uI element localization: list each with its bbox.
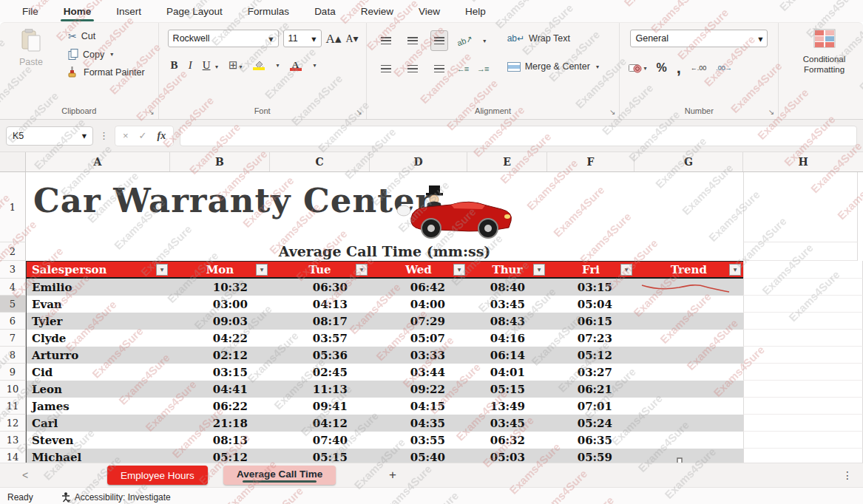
empty-cell-H7[interactable]	[743, 330, 863, 347]
thur-time-cell[interactable]: 05:15	[467, 381, 547, 398]
row-number-8[interactable]: 8	[0, 347, 26, 364]
row-number-11[interactable]: 11	[0, 398, 26, 415]
fri-time-cell[interactable]: 05:59	[547, 449, 634, 463]
wed-time-cell[interactable]: 03:44	[370, 364, 467, 381]
sheet-tab-average-call-time[interactable]: Average Call Time	[223, 466, 336, 485]
tue-time-cell[interactable]: 05:15	[270, 449, 370, 463]
wed-time-cell[interactable]: 09:22	[370, 381, 467, 398]
fri-time-cell[interactable]: 03:15	[547, 279, 634, 296]
empty-cell-H11[interactable]	[743, 398, 863, 415]
empty-cell-H6[interactable]	[743, 313, 863, 330]
table-header-trend[interactable]: Trend▼	[634, 261, 743, 279]
alignment-dialog-launcher[interactable]: ↘	[609, 108, 615, 116]
salesperson-cell[interactable]: James	[26, 398, 170, 415]
enter-button[interactable]: ✓	[139, 130, 147, 141]
tue-time-cell[interactable]: 03:57	[270, 330, 370, 347]
bold-button[interactable]: B	[171, 59, 178, 72]
empty-cell-H1[interactable]	[743, 172, 858, 242]
tue-time-cell[interactable]: 09:41	[270, 398, 370, 415]
empty-cell-H10[interactable]	[743, 381, 863, 398]
filter-dropdown-button[interactable]: ▼	[356, 264, 368, 276]
align-left-button[interactable]	[377, 58, 395, 79]
tab-data[interactable]: Data	[313, 3, 337, 20]
copy-button[interactable]: Copy ▾	[68, 49, 145, 60]
row-number-4[interactable]: 4	[0, 279, 26, 296]
decrease-decimal-button[interactable]: .00→	[716, 64, 732, 72]
filter-dropdown-button[interactable]: ▼	[620, 264, 632, 276]
fri-time-cell[interactable]: 07:23	[547, 330, 634, 347]
row-number-7[interactable]: 7	[0, 330, 26, 347]
wed-time-cell[interactable]: 03:33	[370, 347, 467, 364]
sheet-subtitle-cell[interactable]: Average Call Time (mm:ss)	[26, 243, 743, 259]
mon-time-cell[interactable]: 05:12	[170, 449, 270, 463]
select-all-corner[interactable]	[0, 152, 26, 171]
underline-button[interactable]: U ▾	[203, 58, 218, 72]
mon-time-cell[interactable]: 08:13	[170, 432, 270, 449]
formula-input[interactable]	[180, 126, 857, 146]
row-number-12[interactable]: 12	[0, 415, 26, 432]
align-center-button[interactable]	[404, 58, 422, 79]
fri-time-cell[interactable]: 05:24	[547, 415, 634, 432]
tue-time-cell[interactable]: 07:40	[270, 432, 370, 449]
trend-cell[interactable]	[634, 313, 743, 330]
salesperson-cell[interactable]: Emilio	[26, 279, 170, 296]
tue-time-cell[interactable]: 04:12	[270, 415, 370, 432]
tab-page-layout[interactable]: Page Layout	[165, 3, 224, 20]
empty-cell-H9[interactable]	[743, 364, 863, 381]
trend-cell[interactable]	[634, 415, 743, 432]
name-box[interactable]: K5 ▾	[6, 126, 93, 146]
empty-cell-H8[interactable]	[743, 347, 863, 364]
row-number-10[interactable]: 10	[0, 381, 26, 398]
cancel-button[interactable]: ×	[123, 130, 129, 141]
fri-time-cell[interactable]: 03:27	[547, 364, 634, 381]
font-color-button[interactable]: A	[290, 60, 302, 71]
salesperson-cell[interactable]: Steven	[26, 432, 170, 449]
chevron-down-icon[interactable]: ▾	[277, 62, 280, 69]
fri-time-cell[interactable]: 07:01	[547, 398, 634, 415]
chevron-down-icon[interactable]: ▾	[314, 62, 317, 69]
increase-decimal-button[interactable]: ←.00	[691, 64, 707, 72]
wed-time-cell[interactable]: 04:15	[370, 398, 467, 415]
trend-cell[interactable]	[634, 432, 743, 449]
font-name-combo[interactable]: Rockwell ▾	[168, 30, 279, 47]
tab-insert[interactable]: Insert	[115, 3, 143, 20]
row-number-9[interactable]: 9	[0, 364, 26, 381]
column-header-E[interactable]: E	[467, 152, 547, 171]
thur-time-cell[interactable]: 05:03	[467, 449, 547, 463]
trend-cell[interactable]	[634, 398, 743, 415]
column-header-F[interactable]: F	[547, 152, 634, 171]
wed-time-cell[interactable]: 04:00	[370, 296, 467, 313]
filter-dropdown-button[interactable]: ▼	[453, 264, 465, 276]
wrap-text-button[interactable]: ab↵ Wrap Text	[507, 33, 570, 44]
column-header-G[interactable]: G	[634, 152, 743, 171]
fri-time-cell[interactable]: 05:04	[547, 296, 634, 313]
salesperson-cell[interactable]: Tyler	[26, 313, 170, 330]
filter-dropdown-button[interactable]: ▼	[156, 264, 168, 276]
wed-time-cell[interactable]: 07:29	[370, 313, 467, 330]
copy-dropdown-icon[interactable]: ▾	[110, 51, 113, 58]
tab-file[interactable]: File	[21, 3, 40, 20]
chevron-down-icon[interactable]: ▾	[483, 38, 486, 44]
column-header-H[interactable]: H	[743, 152, 863, 171]
comma-style-button[interactable]: ,	[677, 58, 681, 78]
trend-cell[interactable]	[634, 381, 743, 398]
column-header-A[interactable]: A	[26, 152, 170, 171]
thur-time-cell[interactable]: 03:45	[467, 296, 547, 313]
new-sheet-icon[interactable]: +	[389, 468, 396, 483]
column-header-C[interactable]: C	[270, 152, 370, 171]
percent-style-button[interactable]: %	[656, 61, 666, 75]
row-number-6[interactable]: 6	[0, 313, 26, 330]
align-right-button[interactable]	[430, 58, 448, 79]
font-size-combo[interactable]: 11 ▾	[283, 30, 322, 47]
salesperson-cell[interactable]: Arturro	[26, 347, 170, 364]
thur-time-cell[interactable]: 08:40	[467, 279, 547, 296]
salesperson-cell[interactable]: Cid	[26, 364, 170, 381]
conditional-formatting-button[interactable]: Conditional Formatting	[789, 29, 859, 75]
align-top-button[interactable]	[377, 30, 395, 51]
mon-time-cell[interactable]: 03:15	[170, 364, 270, 381]
table-header-fri[interactable]: Fri▼	[547, 261, 634, 279]
align-bottom-button[interactable]	[430, 30, 448, 51]
more-icon[interactable]: ⋮	[842, 469, 853, 481]
filter-dropdown-button[interactable]: ▼	[729, 264, 741, 276]
empty-cell-H4[interactable]	[743, 279, 863, 296]
